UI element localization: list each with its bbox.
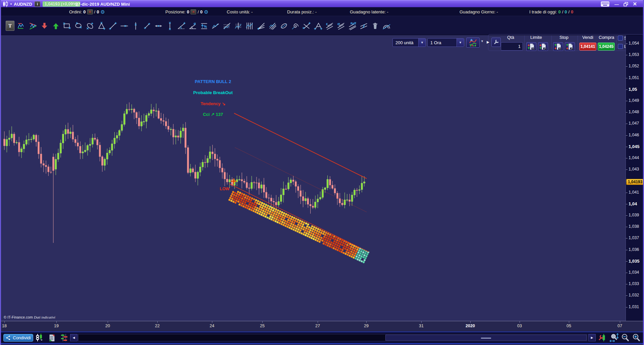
keyboard-icon[interactable] (601, 0, 609, 8)
alpha-angle-icon[interactable]: α (188, 21, 197, 31)
arc-fan-icon[interactable] (382, 21, 391, 31)
time-tick-label: 25 (260, 324, 265, 328)
zoom-in-icon[interactable] (632, 333, 641, 342)
price-tick-label: 1,036 (629, 247, 639, 252)
pattern-annotation-3: Tendency ↘ (201, 101, 225, 106)
percent-variation-icon[interactable]: % (200, 21, 208, 31)
share-button-label: Condividi (13, 335, 31, 340)
position-label: Posizione: (165, 9, 185, 14)
price-tick-label: 1,043 (629, 167, 639, 171)
titlebar[interactable]: ▼ AUDNZD i 1,04193 (+0,09%) 27-dic-2019 … (1, 0, 643, 7)
trendline-icon[interactable] (108, 21, 117, 31)
time-tick-label: 03 (517, 324, 522, 328)
vertical-line-icon[interactable] (131, 21, 140, 31)
extended-line-icon[interactable] (154, 21, 163, 31)
pitchfork-icon[interactable] (314, 21, 322, 31)
drawing-tools-group: Tα%εσRaff (6, 21, 391, 31)
symbol-dropdown-caret-icon[interactable]: ▼ (10, 0, 12, 8)
time-axis[interactable]: 1819202224252729312020030507 (1, 321, 643, 332)
time-tick-label: 29 (364, 324, 369, 328)
position-settings-gear-icon[interactable]: ⚙ (204, 9, 208, 14)
epsilon-channel-icon[interactable]: ε (325, 21, 334, 31)
linked-chart-icon[interactable] (35, 333, 44, 342)
zoom-out-icon[interactable] (621, 333, 630, 342)
price-tick-label: 1,048 (629, 110, 639, 114)
price-tick-mark (626, 112, 628, 113)
price-tick-label: 1,054 (629, 41, 639, 46)
zoom-selection-icon[interactable] (609, 333, 619, 342)
vertical-extended-line-icon[interactable] (165, 21, 174, 31)
separator: / (198, 9, 199, 14)
gann-fan-icon[interactable] (257, 21, 265, 31)
close-position-button[interactable]: ✕ (191, 9, 196, 14)
arrow-up-icon[interactable] (51, 21, 60, 31)
scrollbar-thumb[interactable] (385, 335, 587, 341)
price-tick-label: 1,053 (629, 52, 639, 57)
time-tick-label: 19 (54, 324, 59, 328)
price-tick-label: 1,05 (629, 87, 637, 92)
ellipse-icon[interactable] (74, 21, 83, 31)
crossed-lines-icon[interactable] (302, 21, 311, 31)
price-tick-mark (626, 101, 628, 101)
time-tick-mark (212, 321, 212, 323)
price-tick-mark (626, 227, 628, 227)
pattern-double-top-icon[interactable] (17, 21, 26, 31)
orders-count: 0 (83, 9, 86, 14)
time-tick-mark (470, 321, 471, 323)
orders-settings-gear-icon[interactable]: ⚙ (100, 9, 105, 14)
triangle-icon[interactable] (97, 21, 106, 31)
current-price-badge: 1,04193 (626, 179, 644, 185)
price-tick-mark (626, 147, 628, 147)
info-button[interactable]: i (35, 1, 40, 7)
trend-angle-icon[interactable] (177, 21, 185, 31)
price-tick-mark (626, 273, 628, 273)
trash-icon[interactable] (371, 21, 379, 31)
time-tick-mark (569, 321, 569, 323)
copyright-note: © IT-Finance.com Dati indicativi (4, 315, 55, 319)
candlestick-chart[interactable] (1, 35, 626, 321)
speed-lines-icon[interactable] (268, 21, 277, 31)
scroll-left-button[interactable]: ◀ (70, 334, 77, 341)
time-cycles-icon[interactable] (245, 21, 254, 31)
time-tick-label: 18 (2, 324, 7, 328)
price-tick-mark (626, 307, 628, 307)
parallel-channel-icon[interactable] (359, 21, 368, 31)
minimize-button[interactable]: — (614, 0, 619, 8)
spiral-icon[interactable] (291, 21, 300, 31)
tilted-ellipse-icon[interactable] (86, 21, 94, 31)
price-tick-label: 1,037 (629, 235, 639, 240)
trades-flat: 0 (565, 9, 567, 14)
compare-candles-icon[interactable] (60, 333, 69, 342)
report-icon[interactable] (47, 333, 57, 342)
copyright-text: © IT-Finance.com (4, 315, 33, 319)
sigma-channel-icon[interactable]: σ (336, 21, 345, 31)
price-tick-label: 1,044 (629, 155, 639, 160)
horizontal-line-icon[interactable] (120, 21, 128, 31)
latent-gain-label: Guadagno latente: - (350, 9, 388, 14)
rectangle-icon[interactable] (63, 21, 71, 31)
fibonacci-retracement-icon[interactable] (222, 21, 231, 31)
price-tick-mark (626, 261, 628, 262)
zigzag-icon[interactable] (211, 21, 220, 31)
price-axis[interactable]: 1,0541,0531,0521,0511,051,0491,0481,0471… (626, 35, 644, 321)
price-tick-mark (626, 55, 628, 55)
price-tick-mark (626, 250, 628, 250)
text-tool[interactable]: T (6, 21, 14, 31)
segment-icon[interactable] (143, 21, 151, 31)
restore-button[interactable] (624, 0, 628, 8)
time-tick-mark (520, 321, 520, 323)
fibonacci-ellipse-icon[interactable] (279, 21, 288, 31)
close-button[interactable]: ✕ (633, 0, 637, 8)
price-tick-label: 1,045 (629, 144, 640, 149)
price-tick-mark (626, 215, 628, 216)
fibonacci-projection-icon[interactable] (234, 21, 243, 31)
pattern-wedge-icon[interactable] (29, 21, 37, 31)
cancel-orders-button[interactable]: ✕ (87, 9, 93, 14)
share-button[interactable]: Condividi (3, 334, 33, 342)
chart-settings-icon[interactable] (598, 333, 607, 342)
time-tick-mark (421, 321, 422, 323)
arrow-down-icon[interactable] (40, 21, 49, 31)
scroll-right-button[interactable]: ▶ (588, 334, 596, 341)
chart-scrollbar[interactable] (78, 334, 587, 341)
raff-channel-icon[interactable]: Raff (348, 21, 357, 31)
